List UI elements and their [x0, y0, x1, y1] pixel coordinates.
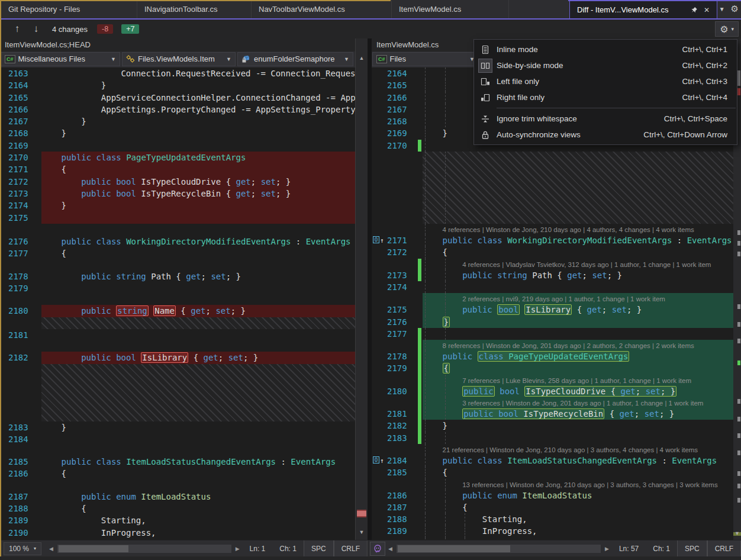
scroll-up-arrow[interactable]: ▲: [356, 55, 368, 61]
codelens-info[interactable]: 7 references | Luke Blevins, 258 days ag…: [423, 375, 691, 385]
dropdown-value: enumFolderSemaphore: [254, 54, 335, 63]
code-line: 2175public bool IsLibrary { get; set; }: [372, 304, 733, 316]
indent-guide: [425, 67, 426, 79]
hscroll-right-arrow[interactable]: ▶: [233, 546, 243, 552]
line-indicator[interactable]: Ln: 57: [612, 545, 646, 553]
indent-guide: [445, 304, 446, 316]
glyph-margin: [372, 67, 385, 79]
close-tab-button[interactable]: ✕: [704, 6, 710, 14]
tab-1[interactable]: INavigationToolbar.cs: [137, 0, 252, 18]
code-content: [41, 480, 355, 491]
left-horizontal-scrollbar[interactable]: [57, 545, 231, 553]
codelens-info[interactable]: 3 references | Winston de Jong, 201 days…: [423, 398, 703, 408]
previous-change-button[interactable]: ↑: [9, 23, 25, 35]
column-indicator[interactable]: Ch: 1: [272, 545, 304, 553]
tab-list-chevron-icon[interactable]: ▼: [719, 6, 725, 12]
indent-guide: [425, 140, 426, 152]
pane-splitter[interactable]: [368, 38, 372, 540]
line-number: 2181: [385, 408, 418, 420]
zoom-level-value: 100 %: [9, 545, 29, 553]
encoding-indicator[interactable]: SPC: [304, 540, 334, 556]
code-line: 2187{: [372, 501, 733, 513]
pin-tab-button[interactable]: [690, 7, 698, 14]
next-change-button[interactable]: ↓: [28, 23, 44, 35]
change-bar-empty: [418, 538, 421, 540]
code-line: 2165AppServiceConnectionHelper.Connectio…: [0, 92, 355, 104]
project-dropdown[interactable]: C#Miscellaneous Files▼: [1, 52, 120, 66]
overview-mark: [737, 339, 740, 343]
line-number: 2184: [0, 433, 41, 445]
scroll-down-arrow[interactable]: ▼: [733, 530, 741, 536]
left-vertical-scrollbar[interactable]: ▲▼: [355, 38, 368, 540]
tab-2[interactable]: NavToolbarViewModel.cs: [252, 0, 392, 18]
glyph-margin: [372, 328, 385, 340]
line-indicator[interactable]: Ln: 1: [243, 545, 273, 553]
hscroll-left-arrow[interactable]: ◀: [46, 546, 56, 552]
line-ending-indicator[interactable]: CRLF: [334, 540, 368, 556]
codelens-info[interactable]: 21 references | Winston de Jong, 210 day…: [423, 445, 698, 455]
tab-3[interactable]: ItemViewModel.cs: [392, 0, 509, 18]
diff-settings-button[interactable]: ⚙ ▾: [715, 21, 739, 37]
project-dropdown[interactable]: C#Files▼: [372, 52, 479, 66]
code-content: [423, 328, 733, 340]
diff-region-glyph[interactable]: O: [373, 236, 379, 243]
codelens-info[interactable]: 13 references | Winston de Jong, 210 day…: [423, 479, 718, 490]
codelens-info[interactable]: 4 references | Winston de Jong, 210 days…: [423, 224, 694, 234]
overview-mark: [737, 304, 740, 309]
member-dropdown[interactable]: enumFolderSemaphore▼: [237, 52, 353, 66]
code-line: 2181public bool IsTypeRecycleBin { get; …: [372, 408, 733, 420]
code-line: 2188Starting,: [372, 513, 733, 525]
namespace-icon: [126, 54, 135, 63]
left-code-editor[interactable]: 2163Connection.RequestReceived -= Connec…: [0, 67, 355, 540]
line-number: 2184: [385, 455, 418, 466]
codelens-info[interactable]: 8 references | Winston de Jong, 201 days…: [423, 340, 694, 350]
type-dropdown[interactable]: Files.ViewModels.Item▼: [122, 52, 236, 66]
codelens-info[interactable]: 2 references | nvi9, 219 days ago | 1 au…: [423, 294, 665, 304]
indent-guide: [445, 501, 446, 513]
code-content: 3 references | Winston de Jong, 201 days…: [423, 397, 733, 408]
line-number: [385, 293, 418, 304]
column-indicator[interactable]: Ch: 1: [646, 545, 677, 553]
glyph-margin: [372, 420, 385, 432]
scroll-thumb[interactable]: [398, 545, 510, 552]
scroll-thumb[interactable]: [59, 545, 128, 552]
right-horizontal-scrollbar[interactable]: [397, 545, 601, 553]
tab-label: Git Repository - Files: [8, 5, 130, 14]
scroll-down-arrow[interactable]: ▼: [356, 529, 368, 535]
codelens: 7 references | Luke Blevins, 258 days ag…: [372, 375, 733, 385]
hscroll-right-arrow[interactable]: ▶: [602, 546, 612, 552]
hscroll-left-arrow[interactable]: ◀: [385, 546, 395, 552]
line-ending-indicator[interactable]: CRLF: [707, 540, 741, 556]
tab-0[interactable]: Git Repository - Files: [1, 0, 137, 18]
menu-item-left-file-only[interactable]: Left file onlyCtrl+\, Ctrl+3: [474, 73, 737, 89]
menu-item-inline-mode[interactable]: Inline modeCtrl+\, Ctrl+1: [474, 41, 737, 57]
zoom-level-select[interactable]: 100 % ▾: [4, 542, 41, 555]
menu-item-side-by-side-mode[interactable]: Side-by-side modeCtrl+\, Ctrl+2: [474, 57, 737, 73]
codelens-info[interactable]: 4 references | Vladyslav Tsvietkov, 312 …: [423, 259, 711, 269]
indent-guide: [445, 115, 446, 127]
menu-item-right-file-only[interactable]: Right file onlyCtrl+\, Ctrl+4: [474, 89, 737, 105]
menu-item-label: Side-by-side mode: [497, 61, 682, 70]
code-content: public enum ItemLoadStatus: [41, 491, 355, 503]
code-line: 2184: [0, 433, 355, 445]
change-bar-empty: [418, 127, 421, 139]
glyph-margin: [372, 466, 385, 478]
code-content: public bool IsTypeRecycleBin { get; set;…: [41, 188, 355, 199]
line-number: [0, 294, 41, 305]
line-number: 2189: [0, 514, 41, 526]
diff-padding: [41, 317, 355, 329]
indent-guide: [445, 513, 446, 525]
window-gear-icon[interactable]: ⚙: [731, 4, 739, 14]
line-number: 2185: [0, 456, 41, 468]
tab-active[interactable]: Diff - ItemV...ViewModel.cs✕: [569, 0, 717, 18]
indent-guide: [445, 79, 446, 91]
menu-item-ignore-trim-whitespace[interactable]: Ignore trim whitespaceCtrl+\, Ctrl+Space: [474, 111, 737, 127]
menu-item-auto-synchronize-views[interactable]: Auto-synchronize viewsCtrl+\, Ctrl+Down …: [474, 127, 737, 143]
encoding-indicator[interactable]: SPC: [677, 540, 707, 556]
code-content: AppServiceConnectionHelper.ConnectionCha…: [41, 92, 355, 104]
line-number: 2180: [385, 385, 418, 397]
purple-mascot-icon[interactable]: [370, 542, 385, 556]
vs-diff-window: Git Repository - FilesINavigationToolbar…: [0, 0, 741, 560]
diff-region-glyph[interactable]: O: [373, 456, 379, 464]
diff-gap-row: [0, 224, 355, 236]
